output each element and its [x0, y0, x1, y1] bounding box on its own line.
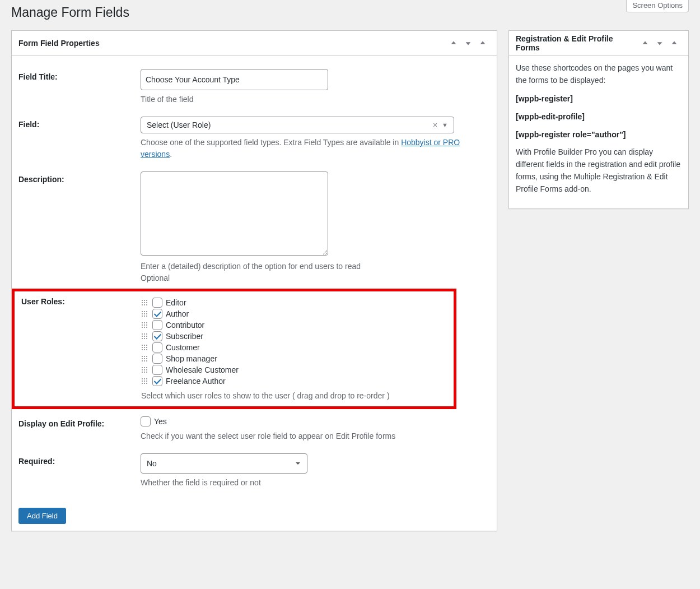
- user-roles-list: EditorAuthorContributorSubscriberCustome…: [141, 297, 447, 387]
- move-up-icon[interactable]: [638, 39, 652, 47]
- svg-point-60: [142, 372, 143, 373]
- svg-point-70: [144, 383, 145, 384]
- svg-point-5: [146, 302, 147, 303]
- description-label: Description:: [18, 171, 141, 284]
- display-edit-profile-label: Display on Edit Profile:: [18, 416, 141, 442]
- drag-handle-icon[interactable]: [141, 355, 148, 362]
- user-role-checkbox[interactable]: [152, 342, 162, 353]
- svg-point-67: [144, 381, 145, 382]
- user-role-checkbox[interactable]: [152, 298, 162, 308]
- svg-point-33: [142, 338, 143, 339]
- svg-point-6: [142, 304, 143, 305]
- drag-handle-icon[interactable]: [141, 310, 148, 317]
- svg-point-37: [144, 345, 145, 346]
- drag-handle-icon[interactable]: [141, 367, 148, 373]
- svg-point-52: [144, 360, 145, 361]
- move-down-icon[interactable]: [652, 39, 667, 47]
- svg-point-34: [144, 338, 145, 339]
- svg-point-30: [142, 336, 143, 337]
- user-role-checkbox[interactable]: [152, 365, 162, 375]
- field-title-input[interactable]: [141, 69, 328, 90]
- svg-point-14: [146, 313, 147, 314]
- user-role-item: Customer: [141, 342, 447, 353]
- user-role-checkbox[interactable]: [152, 354, 162, 364]
- user-role-item: Author: [141, 308, 447, 319]
- chevron-down-icon: ▼: [442, 122, 448, 128]
- user-role-item: Wholesale Customer: [141, 364, 447, 375]
- svg-point-35: [146, 338, 147, 339]
- svg-point-69: [142, 383, 143, 384]
- drag-handle-icon[interactable]: [141, 378, 148, 384]
- description-textarea[interactable]: [141, 171, 328, 256]
- clear-icon[interactable]: ×: [433, 120, 437, 129]
- svg-point-28: [144, 333, 145, 335]
- svg-point-13: [144, 313, 145, 314]
- drag-handle-icon[interactable]: [141, 333, 148, 340]
- user-roles-label: User Roles:: [21, 297, 141, 402]
- screen-options-button[interactable]: Screen Options: [626, 0, 689, 12]
- user-role-checkbox[interactable]: [152, 376, 162, 386]
- svg-point-50: [146, 358, 147, 359]
- add-field-button[interactable]: Add Field: [18, 508, 66, 524]
- svg-point-43: [144, 349, 145, 350]
- drag-handle-icon[interactable]: [141, 299, 148, 306]
- svg-point-41: [146, 347, 147, 348]
- svg-point-10: [144, 311, 145, 312]
- svg-point-25: [144, 327, 145, 328]
- user-role-label: Subscriber: [166, 332, 203, 341]
- shortcode: [wppb-edit-profile]: [516, 111, 682, 123]
- svg-point-20: [146, 322, 147, 323]
- user-role-label: Author: [166, 309, 189, 318]
- move-up-icon[interactable]: [446, 39, 461, 47]
- svg-point-0: [142, 300, 143, 301]
- svg-point-48: [142, 358, 143, 359]
- svg-point-31: [144, 336, 145, 337]
- user-role-checkbox[interactable]: [152, 331, 162, 341]
- svg-point-44: [146, 349, 147, 350]
- svg-point-55: [144, 367, 145, 368]
- required-label: Required:: [18, 453, 141, 489]
- svg-point-45: [142, 356, 143, 357]
- user-role-label: Customer: [166, 343, 200, 352]
- svg-point-9: [142, 311, 143, 312]
- toggle-panel-icon[interactable]: [667, 39, 682, 47]
- description-help: Enter a (detailed) description of the op…: [141, 261, 490, 284]
- svg-point-19: [144, 322, 145, 323]
- user-role-checkbox[interactable]: [152, 320, 162, 330]
- field-title-label: Field Title:: [18, 69, 141, 105]
- user-role-item: Contributor: [141, 319, 447, 331]
- field-type-value: Select (User Role): [147, 120, 433, 129]
- svg-point-59: [146, 369, 147, 370]
- svg-point-49: [144, 358, 145, 359]
- drag-handle-icon[interactable]: [141, 344, 148, 351]
- field-type-label: Field:: [18, 117, 141, 160]
- user-role-item: Subscriber: [141, 331, 447, 342]
- display-edit-profile-checkbox[interactable]: [141, 416, 151, 426]
- display-edit-profile-help: Check if you want the select user role f…: [141, 430, 490, 442]
- user-role-label: Editor: [166, 298, 186, 307]
- field-type-select[interactable]: Select (User Role) × ▼: [141, 117, 454, 133]
- svg-point-54: [142, 367, 143, 368]
- svg-point-56: [146, 367, 147, 368]
- registration-forms-panel: Registration & Edit Profile Forms Use th…: [508, 30, 689, 209]
- side-panel-title: Registration & Edit Profile Forms: [516, 34, 638, 52]
- svg-point-4: [144, 302, 145, 303]
- user-role-item: Freelance Author: [141, 375, 447, 387]
- svg-point-26: [146, 327, 147, 328]
- form-field-properties-panel: Form Field Properties Field Title: Title…: [11, 30, 497, 531]
- svg-point-39: [142, 347, 143, 348]
- user-roles-help: Select which user roles to show to the u…: [141, 390, 447, 402]
- svg-point-46: [144, 356, 145, 357]
- svg-point-15: [142, 316, 143, 317]
- required-select[interactable]: No: [141, 453, 307, 474]
- move-down-icon[interactable]: [461, 39, 475, 47]
- svg-point-66: [142, 381, 143, 382]
- svg-point-53: [146, 360, 147, 361]
- toggle-panel-icon[interactable]: [475, 39, 490, 47]
- svg-point-42: [142, 349, 143, 350]
- drag-handle-icon[interactable]: [141, 322, 148, 328]
- svg-point-22: [144, 324, 145, 326]
- field-type-help: Choose one of the supported field types.…: [141, 137, 490, 160]
- user-role-label: Shop manager: [166, 354, 217, 363]
- user-role-checkbox[interactable]: [152, 309, 162, 319]
